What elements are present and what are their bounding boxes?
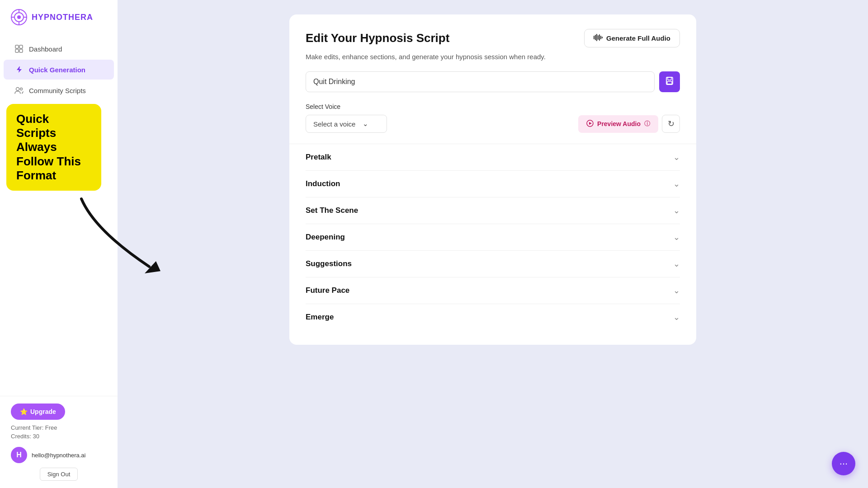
svg-rect-18: [599, 34, 600, 41]
svg-rect-8: [19, 45, 23, 48]
main-content: Edit Your Hypnosis Script Generate Full …: [118, 0, 868, 488]
section-row-induction[interactable]: Induction ⌄: [306, 171, 680, 197]
chevron-down-icon: ⌄: [363, 120, 368, 128]
section-name-induction: Induction: [306, 179, 340, 188]
user-section: H hello@hypnothera.ai: [11, 447, 107, 463]
star-icon: ⭐: [20, 408, 28, 415]
section-row-suggestions[interactable]: Suggestions ⌄: [306, 251, 680, 277]
section-name-emerge: Emerge: [306, 313, 334, 322]
sidebar-item-community-scripts[interactable]: Community Scripts: [4, 80, 114, 100]
svg-point-11: [16, 88, 19, 91]
script-title-input[interactable]: [306, 71, 655, 92]
script-title-row: [306, 71, 680, 92]
section-row-future-pace[interactable]: Future Pace ⌄: [306, 277, 680, 304]
chat-bubble[interactable]: ···: [832, 452, 855, 475]
svg-rect-15: [595, 35, 596, 40]
section-name-pretalk: Pretalk: [306, 153, 331, 162]
sign-out-button[interactable]: Sign Out: [40, 468, 78, 481]
logo-icon: [11, 9, 27, 25]
svg-rect-19: [600, 36, 601, 39]
logo-area: HYPNOTHERA: [0, 0, 118, 34]
chevron-icon-emerge: ⌄: [673, 312, 680, 322]
preview-group: Preview Audio ⓘ ↻: [578, 115, 680, 133]
upgrade-button[interactable]: ⭐ Upgrade: [11, 404, 65, 420]
svg-rect-14: [594, 36, 594, 39]
svg-rect-23: [667, 81, 672, 84]
sidebar-bottom: ⭐ Upgrade Current Tier: Free Credits: 30…: [0, 396, 118, 488]
refresh-icon: ↻: [668, 119, 675, 129]
tier-info: Current Tier: Free: [11, 424, 107, 431]
chevron-icon-deepening: ⌄: [673, 232, 680, 242]
chevron-icon-suggestions: ⌄: [673, 259, 680, 269]
svg-rect-20: [602, 37, 603, 38]
info-icon: ⓘ: [644, 120, 650, 128]
section-row-deepening[interactable]: Deepening ⌄: [306, 224, 680, 251]
chevron-icon-pretalk: ⌄: [673, 152, 680, 162]
card-header: Edit Your Hypnosis Script Generate Full …: [306, 29, 680, 47]
section-row-emerge[interactable]: Emerge ⌄: [306, 304, 680, 330]
app-name: HYPNOTHERA: [32, 13, 93, 22]
tooltip-text: Quick Scripts Always Follow This Format: [16, 112, 91, 183]
subtitle: Make edits, enhance sections, and genera…: [306, 53, 680, 61]
sidebar-item-quick-generation[interactable]: Quick Generation: [4, 60, 114, 80]
sections-list: Pretalk ⌄ Induction ⌄ Set The Scene ⌄ De…: [306, 144, 680, 330]
section-name-future-pace: Future Pace: [306, 286, 349, 295]
avatar: H: [11, 447, 27, 463]
svg-point-2: [17, 15, 21, 19]
grid-icon: [14, 44, 24, 53]
section-name-suggestions: Suggestions: [306, 259, 352, 268]
voice-row: Select a voice ⌄ Preview Audio ⓘ: [306, 115, 680, 133]
svg-rect-10: [19, 49, 23, 52]
svg-rect-17: [598, 35, 599, 40]
sidebar-item-dashboard[interactable]: Dashboard: [4, 39, 114, 59]
waveform-icon: [594, 34, 603, 42]
credits-info: Credits: 30: [11, 433, 107, 440]
voice-label: Select Voice: [306, 103, 680, 110]
tooltip-balloon: Quick Scripts Always Follow This Format: [6, 104, 101, 191]
page-title: Edit Your Hypnosis Script: [306, 31, 449, 45]
quick-generation-label: Quick Generation: [29, 66, 85, 74]
refresh-button[interactable]: ↻: [662, 115, 680, 133]
voice-section: Select Voice Select a voice ⌄ Pre: [306, 103, 680, 133]
user-email: hello@hypnothera.ai: [32, 452, 85, 459]
preview-audio-button[interactable]: Preview Audio ⓘ: [578, 115, 658, 133]
svg-rect-16: [596, 34, 597, 41]
sidebar: HYPNOTHERA Dashboard Quick Generation: [0, 0, 118, 488]
section-row-set-the-scene[interactable]: Set The Scene ⌄: [306, 197, 680, 224]
play-icon: [586, 120, 594, 128]
people-icon: [14, 86, 24, 95]
lightning-icon: [14, 65, 24, 74]
voice-select[interactable]: Select a voice ⌄: [306, 115, 387, 133]
save-icon: [665, 76, 674, 88]
svg-rect-7: [15, 45, 19, 48]
chat-icon: ···: [840, 458, 848, 469]
section-name-deepening: Deepening: [306, 233, 345, 242]
svg-marker-25: [589, 122, 592, 125]
dashboard-label: Dashboard: [29, 45, 62, 53]
generate-full-audio-button[interactable]: Generate Full Audio: [584, 29, 680, 47]
svg-rect-9: [15, 49, 19, 52]
chevron-icon-set-the-scene: ⌄: [673, 206, 680, 216]
community-scripts-label: Community Scripts: [29, 87, 86, 94]
save-button[interactable]: [659, 71, 680, 92]
main-card: Edit Your Hypnosis Script Generate Full …: [289, 14, 696, 345]
chevron-icon-future-pace: ⌄: [673, 286, 680, 296]
section-row-pretalk[interactable]: Pretalk ⌄: [306, 144, 680, 171]
sidebar-nav: Dashboard Quick Generation Community Scr…: [0, 34, 118, 396]
svg-point-12: [20, 88, 23, 90]
chevron-icon-induction: ⌄: [673, 179, 680, 189]
section-name-set-the-scene: Set The Scene: [306, 206, 358, 215]
